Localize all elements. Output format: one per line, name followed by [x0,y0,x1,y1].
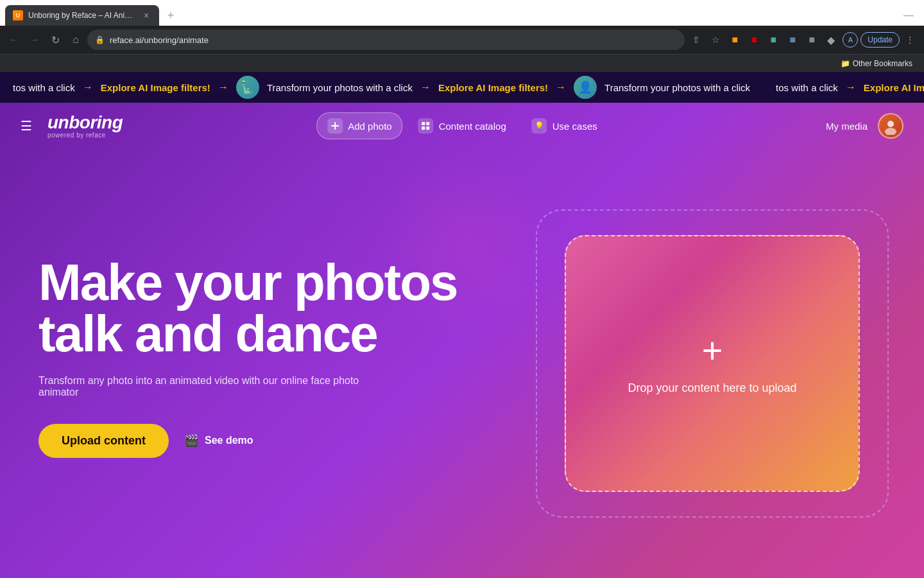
my-media-link[interactable]: My media [826,121,868,132]
logo-subtitle: powered by reface [47,132,123,139]
lock-icon: 🔒 [95,35,105,44]
ext5-icon[interactable]: ■ [803,31,821,49]
hero-subtitle: Transform any photo into an animated vid… [38,375,372,398]
svg-point-6 [887,121,894,127]
marquee-item-dup: tos with a click → Explore AI Image filt… [763,76,924,99]
marquee-item: tos with a click → Explore AI Image filt… [0,76,763,99]
marquee-text: tos with a click [776,82,838,93]
tab-favicon: U [13,10,23,21]
reload-button[interactable]: ↻ [46,31,64,49]
home-button[interactable]: ⌂ [67,31,85,49]
url-text: reface.ai/unboring/animate [110,35,677,45]
hero-section: Make your photos talk and dance Transfor… [0,149,924,578]
content-catalog-nav-link[interactable]: Content catalog [408,113,517,139]
use-cases-icon: 💡 [532,118,547,134]
tab-bar: U Unboring by Reface – AI Anim... × + — [0,0,924,26]
upload-content-button[interactable]: Upload content [38,424,169,458]
add-photo-label: Add photo [348,121,391,132]
forward-button[interactable]: → [26,31,44,49]
see-demo-button[interactable]: 🎬 See demo [184,434,253,448]
ext4-icon[interactable]: ■ [783,31,801,49]
marquee-arrow-icon: → [218,82,228,93]
update-button[interactable]: Update [860,32,900,48]
bookmark-label: Other Bookmarks [853,59,912,68]
marquee-arrow-icon: → [83,82,93,93]
window-minimize-icon[interactable]: — [898,7,919,24]
marquee-arrow-icon: → [556,82,566,93]
svg-rect-4 [422,127,425,130]
marquee-avatar: 🗽 [236,76,259,99]
content-catalog-icon [418,118,434,134]
hamburger-menu[interactable]: ☰ [21,118,32,134]
tab-title: Unboring by Reface – AI Anim... [28,11,136,20]
svg-rect-1 [331,125,339,127]
svg-rect-3 [427,122,430,125]
add-photo-nav-link[interactable]: Add photo [316,112,402,139]
hero-title-line1: Make your photos [38,254,458,311]
app-container: ☰ unboring powered by reface Add photo [0,103,924,578]
marquee-banner: tos with a click → Explore AI Image filt… [0,72,924,103]
demo-icon: 🎬 [184,434,198,448]
profile-icon[interactable]: A [841,31,859,49]
hero-title: Make your photos talk and dance [38,257,886,360]
more-menu-icon[interactable]: ⋮ [901,31,919,49]
share-icon[interactable]: ⇧ [687,31,705,49]
user-avatar[interactable] [878,113,903,139]
logo-text: unboring [47,114,123,132]
marquee-text: Transform your photos with a click [604,82,750,93]
marquee-track: tos with a click → Explore AI Image filt… [0,76,924,99]
svg-rect-2 [422,122,425,125]
profile-button[interactable]: A [843,32,858,48]
nav-right: My media [826,113,903,139]
marquee-text: tos with a click [13,82,75,93]
folder-icon: 📁 [841,59,850,68]
marquee-cta[interactable]: Explore AI Image filters! [438,82,548,93]
active-tab[interactable]: U Unboring by Reface – AI Anim... × [5,5,159,26]
window-controls: — [898,7,919,24]
other-bookmarks[interactable]: 📁 Other Bookmarks [837,58,916,69]
hero-title-line2: talk and dance [38,305,377,362]
marquee-text: Transform your photos with a click [267,82,413,93]
address-bar[interactable]: 🔒 reface.ai/unboring/animate [87,30,685,50]
browser-chrome: U Unboring by Reface – AI Anim... × + — … [0,0,924,72]
tab-close-button[interactable]: × [141,10,151,21]
marquee-avatar: 👤 [574,76,597,99]
marquee-cta[interactable]: Explore AI Image filters! [101,82,210,93]
use-cases-label: Use cases [552,121,597,132]
nav-links: Add photo Content catalog 💡 Use cases [316,112,608,139]
hero-actions: Upload content 🎬 See demo [38,424,886,458]
svg-rect-5 [427,127,430,130]
ext6-icon[interactable]: ◆ [822,31,840,49]
use-cases-nav-link[interactable]: 💡 Use cases [522,113,608,139]
bookmarks-bar: 📁 Other Bookmarks [0,54,924,72]
svg-point-7 [885,128,896,135]
toolbar-icons: ⇧ ☆ ■ ■ ■ ■ ■ ◆ A Update ⋮ [687,31,919,49]
logo[interactable]: unboring powered by reface [47,114,123,139]
marquee-arrow-icon: → [846,82,856,93]
marquee-arrow-icon: → [420,82,431,93]
content-catalog-label: Content catalog [439,121,506,132]
address-bar-row: ← → ↻ ⌂ 🔒 reface.ai/unboring/animate ⇧ ☆… [0,26,924,54]
main-nav: ☰ unboring powered by reface Add photo [0,103,924,149]
bookmark-icon[interactable]: ☆ [706,31,724,49]
add-photo-icon [327,118,343,134]
ext2-icon[interactable]: ■ [745,31,763,49]
ext3-icon[interactable]: ■ [764,31,782,49]
marquee-cta[interactable]: Explore AI Image filters! [864,82,924,93]
hero-content: Make your photos talk and dance Transfor… [38,257,886,458]
ext1-icon[interactable]: ■ [726,31,744,49]
back-button[interactable]: ← [5,31,23,49]
demo-label: See demo [205,435,253,446]
new-tab-button[interactable]: + [162,6,180,24]
